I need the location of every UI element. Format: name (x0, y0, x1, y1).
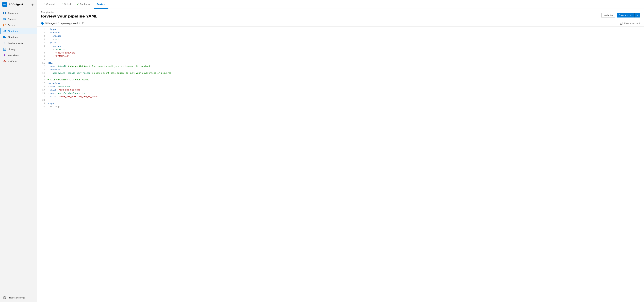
code-line-9: 9 - 'README.md' (37, 55, 644, 58)
code-line-17: 17 variables: (37, 82, 644, 85)
add-project-button[interactable]: + (30, 2, 34, 6)
svg-point-8 (3, 24, 4, 25)
sidebar-item-environments-label: Environments (8, 42, 23, 44)
configure-check-icon: ✓ (77, 3, 79, 5)
sidebar-item-pipelines-label: Pipelines (8, 30, 18, 32)
tab-select[interactable]: ✓ Select (58, 0, 74, 8)
svg-rect-5 (3, 19, 5, 19)
code-line-21: 21 value: 'YOUR_ARM_WORKLOAD_FED_ID_NAME… (37, 96, 644, 99)
breadcrumb-filename[interactable]: deploy-app.yaml (60, 22, 78, 24)
svg-rect-16 (5, 37, 6, 38)
code-line-5: 5 paths: (37, 42, 644, 45)
code-line-20: 20 - name: azureServiceConnection (37, 92, 644, 96)
code-line-22: 22 (37, 99, 644, 102)
sidebar-item-library-label: Library (8, 48, 16, 51)
svg-rect-0 (3, 11, 4, 13)
sidebar-item-environments[interactable]: Environments (0, 40, 37, 46)
svg-rect-15 (4, 36, 5, 38)
sidebar-item-test-plans[interactable]: Test Plans (0, 52, 37, 58)
sidebar-item-test-plans-label: Test Plans (8, 54, 19, 57)
svg-rect-13 (5, 31, 6, 32)
code-line-3: 3 include: (37, 35, 644, 38)
code-line-1: 1 trigger: (37, 28, 644, 32)
sidebar-item-repos[interactable]: Repos (0, 22, 37, 28)
svg-rect-4 (3, 18, 6, 18)
show-assistant-icon (620, 22, 622, 25)
sidebar-item-artifacts[interactable]: Artifacts (0, 58, 37, 64)
svg-point-10 (3, 25, 4, 26)
svg-point-20 (4, 297, 5, 298)
code-editor[interactable]: 1 trigger: 2 branches: 3 include: 4 - ma… (37, 26, 644, 302)
sidebar-item-pipelines2-label: Pipelines (8, 36, 18, 38)
code-line-18: 18 - name: webAppName (37, 85, 644, 89)
code-line-10: 10 (37, 58, 644, 62)
sidebar-item-project-settings-label: Project settings (8, 297, 25, 299)
show-assistant-label: Show assistant (624, 22, 640, 24)
tab-configure[interactable]: ✓ Configure (74, 0, 94, 8)
page-header-actions: Variables Save and run ▼ (602, 13, 640, 18)
code-line-2: 2 branches: (37, 32, 644, 35)
wizard-tabs: ✓ Connect ✓ Select ✓ Configure Review (37, 0, 644, 9)
svg-rect-6 (3, 19, 6, 20)
svg-rect-14 (3, 36, 4, 38)
tab-configure-label: Configure (80, 3, 90, 5)
sidebar-item-artifacts-label: Artifacts (8, 60, 17, 63)
svg-point-7 (6, 19, 6, 20)
app-title: ADO Agent (9, 3, 29, 6)
sidebar-item-overview-label: Overview (8, 12, 18, 14)
sidebar-bottom: Project settings (0, 293, 37, 302)
breadcrumb-modified-indicator: * (79, 22, 80, 24)
code-line-19: 19 value: 'app-ado-uks-demo' (37, 89, 644, 92)
breadcrumb-project: ADO Agent (45, 22, 57, 24)
breadcrumb-copy-icon[interactable] (82, 22, 84, 25)
svg-rect-12 (5, 30, 6, 31)
settings-icon (3, 296, 6, 299)
save-and-run-button[interactable]: Save and run (617, 13, 634, 17)
page-header: New pipeline Review your pipeline YAML V… (37, 9, 644, 20)
svg-rect-17 (3, 42, 6, 44)
code-line-8: 8 - 'deploy-app.yaml' (37, 52, 644, 55)
sidebar-item-pipelines2[interactable]: Pipelines (0, 34, 37, 40)
breadcrumb-separator: / (58, 22, 58, 24)
sidebar-item-pipelines[interactable]: Pipelines (0, 28, 37, 34)
code-line-24: 24 Settings (37, 106, 644, 109)
tab-connect[interactable]: ✓ Connect (40, 0, 58, 8)
save-and-run-dropdown-button[interactable]: ▼ (634, 13, 640, 17)
sidebar-item-library[interactable]: Library (0, 46, 37, 52)
editor-breadcrumb: ADO Agent / deploy-app.yaml * Show assis… (37, 20, 644, 26)
code-line-4: 4 - main (37, 38, 644, 42)
select-check-icon: ✓ (62, 3, 63, 5)
code-line-6: 6 exclude: (37, 45, 644, 48)
tab-review-label: Review (97, 3, 106, 5)
sidebar-item-overview[interactable]: Overview (0, 10, 37, 16)
page-subtitle: New pipeline (41, 11, 97, 13)
sidebar-item-boards[interactable]: Boards (0, 16, 37, 22)
sidebar-item-boards-label: Boards (8, 18, 16, 20)
code-line-13: 13 demands: (37, 69, 644, 72)
tab-connect-label: Connect (46, 3, 56, 5)
library-icon (3, 48, 6, 51)
variables-button[interactable]: Variables (602, 13, 616, 18)
sidebar-item-project-settings[interactable]: Project settings (0, 295, 37, 301)
tab-select-label: Select (64, 3, 71, 5)
connect-check-icon: ✓ (44, 3, 45, 5)
code-line-14: 14 - agent.name -equals self-hosted # ch… (37, 72, 644, 75)
svg-point-18 (4, 43, 5, 44)
svg-point-9 (5, 24, 6, 25)
repo-diamond-icon (40, 22, 44, 25)
page-title: Review your pipeline YAML (41, 14, 97, 18)
code-line-11: 11 pool: (37, 62, 644, 65)
test-plans-icon (3, 54, 6, 57)
svg-rect-3 (5, 13, 6, 14)
environments-icon (3, 41, 6, 45)
avatar: AA (2, 2, 7, 7)
code-line-16: 16 # Fill variables with your values (37, 79, 644, 82)
repos-icon (3, 23, 6, 27)
tab-review[interactable]: Review (94, 0, 108, 8)
page-header-left: New pipeline Review your pipeline YAML (41, 11, 97, 18)
svg-rect-2 (3, 13, 4, 14)
sidebar: AA ADO Agent + Overview (0, 0, 37, 302)
sidebar-header: AA ADO Agent + (0, 0, 37, 9)
show-assistant-button[interactable]: Show assistant (620, 22, 640, 25)
pipelines-icon (3, 29, 6, 33)
